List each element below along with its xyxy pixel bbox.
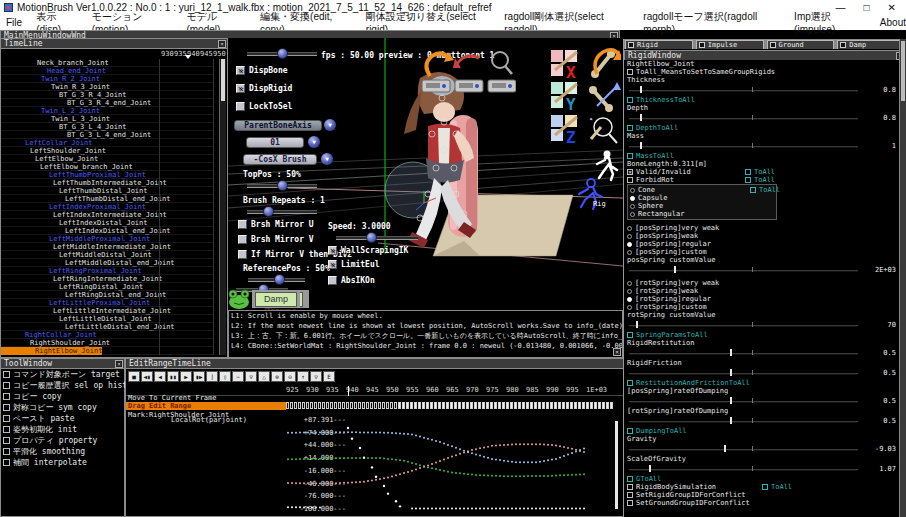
playback-button-9[interactable]: ▽: [245, 371, 257, 382]
param-checkbox-28[interactable]: RestitutionAndFrictionToAll: [627, 379, 904, 387]
param-slider-30[interactable]: 0.5: [627, 395, 904, 407]
range-block[interactable]: [526, 402, 529, 409]
joint-row[interactable]: LeftThumbDistal_Joint: [1, 187, 214, 195]
close-icon[interactable]: ×: [218, 40, 226, 48]
timeline-scrollbar[interactable]: [219, 59, 226, 355]
joint-row[interactable]: LeftLittleProximal_Joint: [1, 299, 214, 307]
range-block[interactable]: [414, 402, 417, 409]
joint-row[interactable]: LeftLittleDistal_end_Joint: [1, 323, 214, 331]
toppos-slider[interactable]: [247, 180, 317, 190]
range-block[interactable]: [402, 402, 405, 409]
joint-row[interactable]: RightElbow_Joint: [1, 347, 214, 355]
disprigid-checkbox[interactable]: ✕DispRigid: [236, 84, 292, 93]
locktosel-checkbox[interactable]: LockToSel: [236, 102, 292, 111]
checkbox-icon[interactable]: [3, 459, 10, 466]
param-slider-6[interactable]: 0.8: [627, 112, 904, 124]
range-block[interactable]: [390, 402, 393, 409]
brush-repeats-slider[interactable]: [247, 206, 317, 216]
joint-row[interactable]: LeftIndexProximal_Joint: [1, 203, 214, 211]
range-block[interactable]: [378, 402, 381, 409]
range-block[interactable]: [438, 402, 441, 409]
tab-ground[interactable]: Ground: [767, 40, 835, 49]
range-block[interactable]: [602, 402, 605, 409]
range-block[interactable]: [374, 402, 377, 409]
checkbox-icon[interactable]: [840, 42, 846, 48]
playback-button-8[interactable]: −: [232, 371, 244, 382]
frog-icon[interactable]: [228, 289, 250, 309]
range-block[interactable]: [318, 402, 321, 409]
tool-item-6[interactable]: プロパティ property: [1, 435, 124, 446]
timeline-ruler[interactable]: 930935940945950: [1, 49, 227, 59]
range-block[interactable]: [430, 402, 433, 409]
range-block[interactable]: [338, 402, 341, 409]
joint-row[interactable]: BT_G_3_L_4_end_Joint: [1, 131, 214, 139]
joint-row[interactable]: Twin_R_2_Joint: [1, 75, 214, 83]
param-slider-37[interactable]: 1.07: [627, 463, 904, 475]
move-to-current-frame-row[interactable]: Move To Current Frame: [128, 394, 217, 402]
range-block[interactable]: [366, 402, 369, 409]
tool-item-4[interactable]: ペースト paste: [1, 413, 124, 424]
referencepos-slider[interactable]: [248, 274, 305, 284]
range-block[interactable]: [494, 402, 497, 409]
range-block[interactable]: [294, 402, 297, 409]
checkbox-icon[interactable]: [628, 42, 634, 48]
param-checkbox-13[interactable]: ForbidRotToAll: [627, 176, 904, 184]
param-slider-35[interactable]: -9.03: [627, 443, 904, 455]
checkbox-icon[interactable]: [3, 415, 10, 422]
tool-item-2[interactable]: コピー copy: [1, 391, 124, 402]
playback-button-14[interactable]: ▽: [310, 371, 322, 382]
tool-item-3[interactable]: 対称コピー sym copy: [1, 402, 124, 413]
playback-button-0[interactable]: ■: [128, 371, 140, 382]
drag-edit-range-row[interactable]: Drag Edit Range: [126, 402, 286, 410]
range-block[interactable]: [358, 402, 361, 409]
range-block[interactable]: [306, 402, 309, 409]
joint-row[interactable]: LeftElbow_Joint: [1, 155, 214, 163]
range-block[interactable]: [562, 402, 565, 409]
range-block[interactable]: [342, 402, 345, 409]
range-block[interactable]: [590, 402, 593, 409]
range-block[interactable]: [422, 402, 425, 409]
range-block[interactable]: [362, 402, 365, 409]
joint-row[interactable]: LeftMiddleIntermediate_Joint: [1, 243, 214, 251]
wallscraping-ik-checkbox[interactable]: ✕WallScrapingIK: [328, 246, 408, 255]
checkbox-icon[interactable]: [3, 382, 10, 389]
menu-item-8[interactable]: Imp選択(impulse): [794, 10, 866, 35]
joint-row[interactable]: LeftShoulder_Joint: [1, 147, 214, 155]
param-slider-9[interactable]: 1: [627, 140, 904, 152]
range-block[interactable]: [446, 402, 449, 409]
radio--rotspring-regular[interactable]: [rotSpring]regular: [627, 295, 904, 303]
joint-row[interactable]: Twin_L_3_Joint: [1, 115, 214, 123]
chevron-down-icon[interactable]: ▼: [308, 136, 320, 148]
bone-select-dropdown[interactable]: 01: [246, 137, 304, 148]
param-checkbox-41[interactable]: SetGroundGroupIDForConflict: [627, 499, 904, 507]
range-block[interactable]: [482, 402, 485, 409]
range-block[interactable]: [434, 402, 437, 409]
view-slider-top[interactable]: [247, 48, 317, 58]
range-block[interactable]: [474, 402, 477, 409]
tool-item-0[interactable]: コマンド対象ボーン target bone: [1, 369, 124, 380]
range-block[interactable]: [310, 402, 313, 409]
range-block[interactable]: [418, 402, 421, 409]
run-mode-icon[interactable]: [597, 151, 617, 181]
close-icon[interactable]: ×: [115, 360, 123, 368]
checkbox-icon[interactable]: [3, 393, 10, 400]
range-block[interactable]: [406, 402, 409, 409]
param-checkbox-4[interactable]: ThicknessToAll: [627, 96, 904, 104]
range-block[interactable]: [502, 402, 505, 409]
checkbox-icon[interactable]: [3, 437, 10, 444]
sidemenu-scrollbar[interactable]: [899, 39, 906, 517]
playback-button-13[interactable]: ↑: [297, 371, 309, 382]
joint-row[interactable]: BT_G_3_R_4_end_Joint: [1, 99, 214, 107]
param-slider-27[interactable]: 0.5: [627, 367, 904, 379]
param-slider-32[interactable]: 0.5: [627, 415, 904, 427]
range-block[interactable]: [490, 402, 493, 409]
move-view-icon[interactable]: [453, 56, 483, 92]
param-slider-25[interactable]: 0.5: [627, 347, 904, 359]
range-block[interactable]: [518, 402, 521, 409]
radio--posspring-custom[interactable]: [posSpring]custom: [627, 248, 904, 256]
range-block[interactable]: [570, 402, 573, 409]
joint-row[interactable]: LeftMiddleDistal_Joint: [1, 251, 214, 259]
range-block[interactable]: [558, 402, 561, 409]
radio-cone[interactable]: ConeToAll: [630, 186, 776, 194]
bone-rotate-icon[interactable]: [591, 50, 621, 78]
